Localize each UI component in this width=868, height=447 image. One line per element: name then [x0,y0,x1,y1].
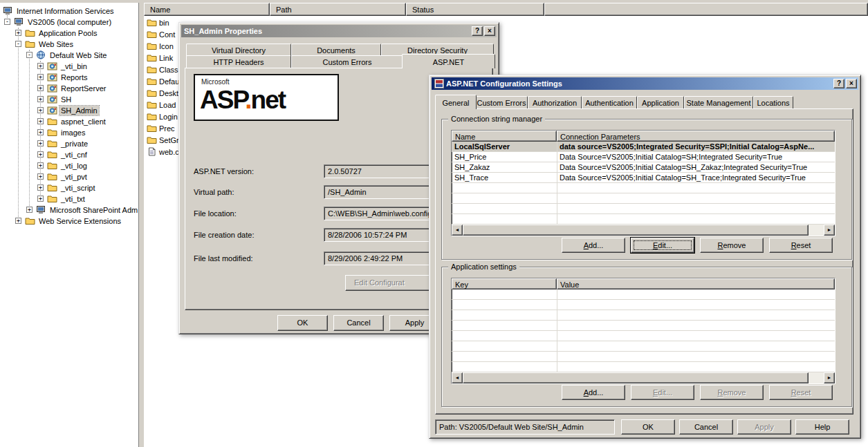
scroll-right-icon[interactable]: ► [824,372,835,383]
close-icon[interactable]: × [846,79,857,88]
tab-documents[interactable]: Documents [291,44,381,56]
expand-icon[interactable]: + [37,85,44,91]
tree-item-label[interactable]: _vti_log [59,161,89,171]
tree-item[interactable]: -Web Sites [0,39,138,50]
tree-item[interactable]: +_vti_pvt [0,171,138,182]
tab-custom-errors[interactable]: Custom Errors [291,55,403,68]
horizontal-scrollbar[interactable]: ◄► [452,225,835,236]
ok-button[interactable]: OK [277,315,328,331]
remove-button[interactable]: Remove [700,238,764,253]
expand-icon[interactable]: + [15,218,21,224]
column-header-connection-parameters[interactable]: Connection Parameters [557,131,835,142]
expand-icon[interactable]: + [37,184,44,191]
tab-authentication[interactable]: Authentication [582,96,637,108]
tree-item-label[interactable]: Reports [59,73,89,82]
tree-item[interactable]: +_vti_txt [0,193,138,205]
cancel-button[interactable]: Cancel [333,315,384,331]
tree-item[interactable]: -Default Web Site [0,50,138,61]
properties-dialog-titlebar[interactable]: SH_Admin Properties ? × [181,25,497,37]
tree-item-label[interactable]: Application Pools [37,28,98,38]
expand-icon[interactable]: + [37,140,44,146]
tree-item-label[interactable]: Web Service Extensions [37,216,122,226]
scroll-right-icon[interactable]: ► [824,225,835,236]
tree-item-label[interactable]: ReportServer [59,84,107,93]
column-header-path[interactable]: Path [270,3,406,16]
tab-state-management[interactable]: State Management [684,96,753,108]
ok-button[interactable]: OK [621,419,675,435]
tree-item-label[interactable]: aspnet_client [59,117,107,126]
tab-asp-net[interactable]: ASP.NET [402,54,495,68]
tree-item[interactable]: +_private [0,138,138,149]
tab-general[interactable]: General [435,95,477,109]
help-icon[interactable]: ? [833,79,844,88]
tree-item-label[interactable]: _vti_txt [59,194,86,204]
tree-item-label[interactable]: Microsoft SharePoint Adm [48,205,139,215]
column-header-key[interactable]: Key [452,278,557,289]
config-dialog-titlebar[interactable]: ASP.NET Configuration Settings ? × [432,77,858,90]
table-row[interactable]: SH_PriceData Source=VS2005;Initial Catal… [452,152,835,162]
tab-application[interactable]: Application [637,96,684,108]
tree-item[interactable]: +SH [0,94,138,105]
tree-item-label[interactable]: SH_Admin [59,106,99,115]
column-header-name[interactable]: Name [452,131,557,142]
tree-item[interactable]: +_vti_log [0,160,138,171]
column-header-name[interactable]: Name [144,3,270,16]
expand-icon[interactable]: + [37,162,44,169]
tree-item-label[interactable]: _vti_pvt [59,172,89,182]
tree-item[interactable]: +Reports [0,72,138,83]
collapse-icon[interactable]: - [26,52,33,58]
tree-item-label[interactable]: VS2005 (local computer) [26,17,113,27]
tree-item-label[interactable]: images [59,128,86,137]
tree-item-label[interactable]: _vti_bin [59,61,89,71]
expand-icon[interactable]: + [37,107,44,113]
scrollbar-thumb[interactable] [463,372,809,383]
tab-http-headers[interactable]: HTTP Headers [186,55,291,68]
table-row[interactable]: LocalSqlServerdata source=VS2005;Integra… [452,142,835,152]
expand-icon[interactable]: + [26,207,33,213]
table-row[interactable]: SH_ZakazData Source=VS2005;Initial Catal… [452,162,835,173]
scrollbar-thumb[interactable] [463,225,809,236]
edit-button[interactable]: Edit... [631,238,694,253]
tree-item[interactable]: +_vti_cnf [0,149,138,160]
tree-item[interactable]: +Web Service Extensions [0,216,138,227]
close-icon[interactable]: × [484,26,495,36]
tree-item-label[interactable]: Internet Information Services [15,6,116,16]
scroll-left-icon[interactable]: ◄ [452,372,463,383]
column-header-value[interactable]: Value [557,278,835,289]
expand-icon[interactable]: + [37,74,44,80]
tree-item-label[interactable]: _private [59,139,89,149]
tab-virtual-directory[interactable]: Virtual Directory [186,44,291,56]
tree-item-label[interactable]: Web Sites [37,39,75,49]
add-button[interactable]: Add... [562,385,625,400]
tree-item[interactable]: +Application Pools [0,28,138,39]
expand-icon[interactable]: + [37,129,44,135]
expand-icon[interactable]: + [37,196,44,202]
tree-item-label[interactable]: _vti_script [59,183,97,193]
tree-item[interactable]: -VS2005 (local computer) [0,17,138,28]
tree-item[interactable]: +aspnet_client [0,116,138,127]
expand-icon[interactable]: + [37,151,44,158]
cancel-button[interactable]: Cancel [679,419,733,435]
tree-item[interactable]: +_vti_script [0,182,138,193]
help-button[interactable]: Help [795,419,849,435]
tree-item[interactable]: +images [0,127,138,138]
tree-item[interactable]: +ReportServer [0,83,138,94]
add-button[interactable]: Add... [562,238,625,253]
expand-icon[interactable]: + [37,173,44,180]
tab-locations[interactable]: Locations [753,96,793,108]
tree-item[interactable]: Internet Information Services [0,6,138,17]
collapse-icon[interactable]: - [4,19,10,25]
scroll-left-icon[interactable]: ◄ [452,225,463,236]
tab-custom-errors[interactable]: Custom Errors [475,96,528,108]
tree-item[interactable]: +SH_Admin [0,105,138,116]
tree-item[interactable]: +Microsoft SharePoint Adm [0,205,138,216]
expand-icon[interactable]: + [37,63,44,69]
horizontal-scrollbar[interactable]: ◄► [452,372,835,383]
tree-item-label[interactable]: Default Web Site [48,50,108,60]
table-row[interactable]: SH_TraceData Source=VS2005;Initial Catal… [452,173,835,183]
expand-icon[interactable]: + [15,30,21,36]
reset-button[interactable]: Reset [769,238,833,253]
help-icon[interactable]: ? [472,26,483,36]
expand-icon[interactable]: + [37,96,44,102]
tree-item-label[interactable]: SH [59,95,73,104]
